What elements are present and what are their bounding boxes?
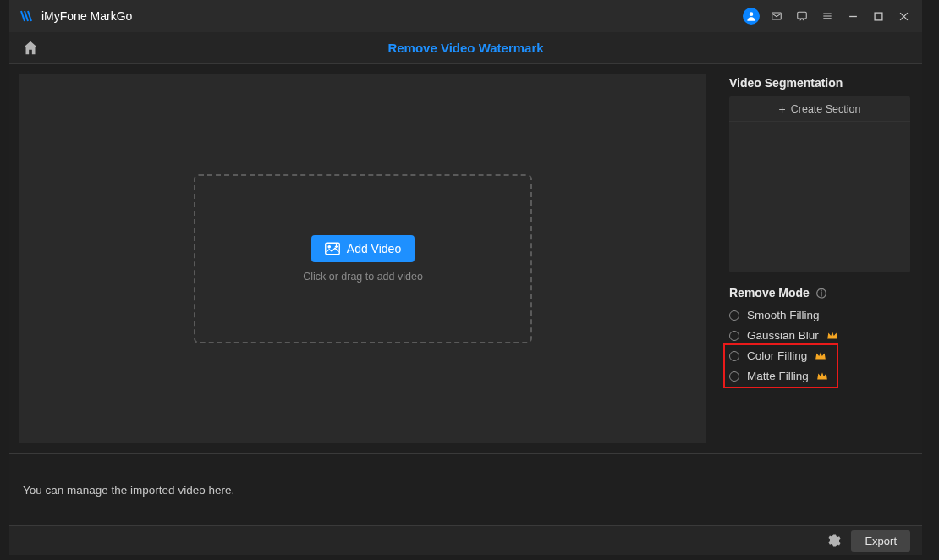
footer: Export: [9, 525, 922, 555]
feedback-icon[interactable]: [793, 8, 810, 25]
sidebar: Video Segmentation + Create Section Remo…: [717, 64, 922, 453]
svg-rect-4: [326, 243, 340, 255]
dropzone[interactable]: Add Video Click or drag to add video: [194, 174, 532, 343]
app-title: iMyFone MarkGo: [41, 9, 132, 23]
user-account-icon[interactable]: [743, 8, 760, 25]
mode-label: Color Filling: [747, 349, 807, 362]
crown-icon: [815, 351, 826, 361]
export-button[interactable]: Export: [851, 530, 910, 552]
add-video-button[interactable]: Add Video: [311, 235, 415, 262]
mode-list: Smooth Filling Gaussian Blur Color Filli…: [729, 308, 910, 383]
radio-icon: [729, 331, 739, 341]
hint-text: You can manage the imported video here.: [23, 484, 234, 497]
hint-bar: You can manage the imported video here.: [9, 453, 922, 525]
create-section-button[interactable]: + Create Section: [729, 96, 910, 122]
menu-icon[interactable]: [819, 8, 836, 25]
crown-icon: [826, 331, 838, 341]
export-label: Export: [865, 535, 897, 547]
mode-label: Smooth Filling: [747, 309, 820, 321]
svg-point-0: [750, 12, 754, 16]
app-logo-icon: [19, 9, 33, 23]
remove-mode-heading: Remove Mode ⓘ: [729, 286, 910, 301]
main-panel: Add Video Click or drag to add video: [9, 64, 717, 453]
dropzone-hint: Click or drag to add video: [303, 271, 423, 283]
video-drop-area[interactable]: Add Video Click or drag to add video: [19, 74, 706, 443]
help-icon[interactable]: ⓘ: [816, 288, 826, 299]
svg-rect-3: [875, 13, 882, 20]
settings-icon[interactable]: [826, 533, 841, 548]
radio-icon: [729, 371, 739, 382]
plus-icon: +: [779, 103, 786, 115]
segmentation-heading: Video Segmentation: [729, 76, 910, 90]
mode-matte-filling[interactable]: Matte Filling: [729, 369, 910, 383]
radio-icon: [729, 310, 739, 321]
video-segmentation-section: Video Segmentation + Create Section: [729, 76, 910, 272]
add-video-label: Add Video: [347, 242, 401, 255]
mode-label: Gaussian Blur: [747, 329, 819, 342]
segments-box: + Create Section: [729, 96, 910, 272]
body: Add Video Click or drag to add video Vid…: [9, 64, 922, 453]
app-window: iMyFone MarkGo: [9, 0, 922, 555]
svg-rect-2: [798, 12, 807, 19]
titlebar-controls: [743, 8, 912, 25]
titlebar: iMyFone MarkGo: [9, 0, 922, 32]
page-title: Remove Video Watermark: [21, 41, 910, 55]
radio-icon: [729, 351, 739, 361]
mode-gaussian-blur[interactable]: Gaussian Blur: [729, 328, 910, 343]
maximize-icon[interactable]: [870, 8, 887, 25]
create-section-label: Create Section: [791, 103, 861, 115]
remove-mode-section: Remove Mode ⓘ Smooth Filling Gaussian Bl…: [729, 286, 910, 383]
mail-icon[interactable]: [768, 8, 785, 25]
mode-label: Matte Filling: [747, 370, 809, 382]
crown-icon: [816, 371, 828, 382]
close-icon[interactable]: [895, 8, 912, 25]
top-nav: Remove Video Watermark: [9, 32, 922, 64]
minimize-icon[interactable]: [844, 8, 861, 25]
svg-point-5: [328, 246, 330, 248]
mode-smooth-filling[interactable]: Smooth Filling: [729, 308, 910, 322]
mode-color-filling[interactable]: Color Filling: [729, 349, 910, 363]
